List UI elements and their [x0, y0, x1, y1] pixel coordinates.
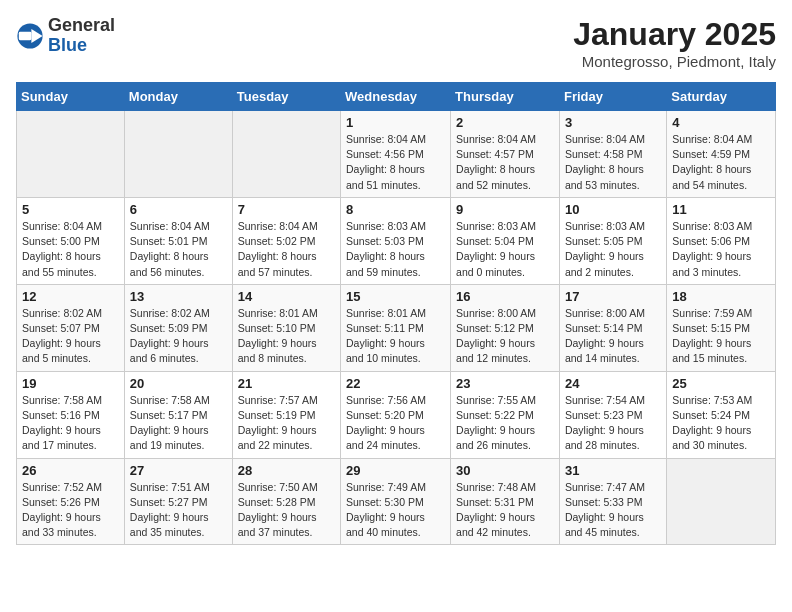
day-info: Sunrise: 7:52 AM Sunset: 5:26 PM Dayligh… — [22, 480, 119, 541]
calendar-cell: 11Sunrise: 8:03 AM Sunset: 5:06 PM Dayli… — [667, 197, 776, 284]
day-header-thursday: Thursday — [451, 83, 560, 111]
calendar-cell: 8Sunrise: 8:03 AM Sunset: 5:03 PM Daylig… — [341, 197, 451, 284]
day-info: Sunrise: 7:59 AM Sunset: 5:15 PM Dayligh… — [672, 306, 770, 367]
calendar-cell: 20Sunrise: 7:58 AM Sunset: 5:17 PM Dayli… — [124, 371, 232, 458]
day-info: Sunrise: 8:00 AM Sunset: 5:12 PM Dayligh… — [456, 306, 554, 367]
calendar-cell: 30Sunrise: 7:48 AM Sunset: 5:31 PM Dayli… — [451, 458, 560, 545]
calendar-cell: 17Sunrise: 8:00 AM Sunset: 5:14 PM Dayli… — [559, 284, 666, 371]
day-number: 5 — [22, 202, 119, 217]
day-header-friday: Friday — [559, 83, 666, 111]
day-number: 26 — [22, 463, 119, 478]
day-number: 22 — [346, 376, 445, 391]
calendar-cell: 3Sunrise: 8:04 AM Sunset: 4:58 PM Daylig… — [559, 111, 666, 198]
calendar-cell: 14Sunrise: 8:01 AM Sunset: 5:10 PM Dayli… — [232, 284, 340, 371]
calendar-cell: 5Sunrise: 8:04 AM Sunset: 5:00 PM Daylig… — [17, 197, 125, 284]
day-info: Sunrise: 8:04 AM Sunset: 4:59 PM Dayligh… — [672, 132, 770, 193]
svg-rect-2 — [19, 32, 32, 40]
calendar-cell: 9Sunrise: 8:03 AM Sunset: 5:04 PM Daylig… — [451, 197, 560, 284]
day-info: Sunrise: 7:55 AM Sunset: 5:22 PM Dayligh… — [456, 393, 554, 454]
day-info: Sunrise: 8:01 AM Sunset: 5:10 PM Dayligh… — [238, 306, 335, 367]
day-number: 19 — [22, 376, 119, 391]
day-info: Sunrise: 8:03 AM Sunset: 5:03 PM Dayligh… — [346, 219, 445, 280]
day-info: Sunrise: 8:01 AM Sunset: 5:11 PM Dayligh… — [346, 306, 445, 367]
calendar-week-row: 5Sunrise: 8:04 AM Sunset: 5:00 PM Daylig… — [17, 197, 776, 284]
day-info: Sunrise: 8:00 AM Sunset: 5:14 PM Dayligh… — [565, 306, 661, 367]
day-number: 16 — [456, 289, 554, 304]
calendar-cell: 18Sunrise: 7:59 AM Sunset: 5:15 PM Dayli… — [667, 284, 776, 371]
day-info: Sunrise: 8:03 AM Sunset: 5:04 PM Dayligh… — [456, 219, 554, 280]
day-number: 20 — [130, 376, 227, 391]
calendar-cell: 15Sunrise: 8:01 AM Sunset: 5:11 PM Dayli… — [341, 284, 451, 371]
calendar-title: January 2025 — [573, 16, 776, 53]
day-number: 17 — [565, 289, 661, 304]
day-info: Sunrise: 8:04 AM Sunset: 4:57 PM Dayligh… — [456, 132, 554, 193]
title-block: January 2025 Montegrosso, Piedmont, Ital… — [573, 16, 776, 70]
day-info: Sunrise: 8:04 AM Sunset: 5:00 PM Dayligh… — [22, 219, 119, 280]
calendar-table: SundayMondayTuesdayWednesdayThursdayFrid… — [16, 82, 776, 545]
logo-icon — [16, 22, 44, 50]
day-number: 14 — [238, 289, 335, 304]
calendar-cell: 26Sunrise: 7:52 AM Sunset: 5:26 PM Dayli… — [17, 458, 125, 545]
day-number: 28 — [238, 463, 335, 478]
calendar-cell: 23Sunrise: 7:55 AM Sunset: 5:22 PM Dayli… — [451, 371, 560, 458]
day-number: 25 — [672, 376, 770, 391]
logo-blue-text: Blue — [48, 36, 115, 56]
calendar-subtitle: Montegrosso, Piedmont, Italy — [573, 53, 776, 70]
calendar-cell: 13Sunrise: 8:02 AM Sunset: 5:09 PM Dayli… — [124, 284, 232, 371]
calendar-cell: 22Sunrise: 7:56 AM Sunset: 5:20 PM Dayli… — [341, 371, 451, 458]
day-number: 9 — [456, 202, 554, 217]
logo: General Blue — [16, 16, 115, 56]
day-number: 18 — [672, 289, 770, 304]
calendar-cell: 16Sunrise: 8:00 AM Sunset: 5:12 PM Dayli… — [451, 284, 560, 371]
day-info: Sunrise: 8:03 AM Sunset: 5:06 PM Dayligh… — [672, 219, 770, 280]
day-header-tuesday: Tuesday — [232, 83, 340, 111]
day-info: Sunrise: 7:58 AM Sunset: 5:16 PM Dayligh… — [22, 393, 119, 454]
calendar-week-row: 19Sunrise: 7:58 AM Sunset: 5:16 PM Dayli… — [17, 371, 776, 458]
day-number: 2 — [456, 115, 554, 130]
calendar-cell: 1Sunrise: 8:04 AM Sunset: 4:56 PM Daylig… — [341, 111, 451, 198]
day-info: Sunrise: 7:53 AM Sunset: 5:24 PM Dayligh… — [672, 393, 770, 454]
day-info: Sunrise: 7:51 AM Sunset: 5:27 PM Dayligh… — [130, 480, 227, 541]
day-number: 21 — [238, 376, 335, 391]
calendar-cell: 27Sunrise: 7:51 AM Sunset: 5:27 PM Dayli… — [124, 458, 232, 545]
day-number: 31 — [565, 463, 661, 478]
day-info: Sunrise: 7:50 AM Sunset: 5:28 PM Dayligh… — [238, 480, 335, 541]
day-info: Sunrise: 8:04 AM Sunset: 4:56 PM Dayligh… — [346, 132, 445, 193]
day-number: 8 — [346, 202, 445, 217]
day-number: 6 — [130, 202, 227, 217]
day-number: 23 — [456, 376, 554, 391]
day-number: 12 — [22, 289, 119, 304]
day-number: 30 — [456, 463, 554, 478]
calendar-cell: 21Sunrise: 7:57 AM Sunset: 5:19 PM Dayli… — [232, 371, 340, 458]
day-number: 4 — [672, 115, 770, 130]
day-info: Sunrise: 7:57 AM Sunset: 5:19 PM Dayligh… — [238, 393, 335, 454]
day-info: Sunrise: 8:04 AM Sunset: 5:02 PM Dayligh… — [238, 219, 335, 280]
calendar-cell: 2Sunrise: 8:04 AM Sunset: 4:57 PM Daylig… — [451, 111, 560, 198]
calendar-cell: 19Sunrise: 7:58 AM Sunset: 5:16 PM Dayli… — [17, 371, 125, 458]
day-info: Sunrise: 8:04 AM Sunset: 4:58 PM Dayligh… — [565, 132, 661, 193]
day-number: 24 — [565, 376, 661, 391]
calendar-cell: 24Sunrise: 7:54 AM Sunset: 5:23 PM Dayli… — [559, 371, 666, 458]
day-info: Sunrise: 8:03 AM Sunset: 5:05 PM Dayligh… — [565, 219, 661, 280]
day-number: 11 — [672, 202, 770, 217]
calendar-week-row: 12Sunrise: 8:02 AM Sunset: 5:07 PM Dayli… — [17, 284, 776, 371]
calendar-cell: 4Sunrise: 8:04 AM Sunset: 4:59 PM Daylig… — [667, 111, 776, 198]
day-header-wednesday: Wednesday — [341, 83, 451, 111]
day-number: 7 — [238, 202, 335, 217]
calendar-cell — [124, 111, 232, 198]
calendar-cell: 28Sunrise: 7:50 AM Sunset: 5:28 PM Dayli… — [232, 458, 340, 545]
day-number: 10 — [565, 202, 661, 217]
day-info: Sunrise: 7:58 AM Sunset: 5:17 PM Dayligh… — [130, 393, 227, 454]
day-number: 15 — [346, 289, 445, 304]
day-info: Sunrise: 7:49 AM Sunset: 5:30 PM Dayligh… — [346, 480, 445, 541]
calendar-cell — [17, 111, 125, 198]
calendar-cell: 6Sunrise: 8:04 AM Sunset: 5:01 PM Daylig… — [124, 197, 232, 284]
day-header-saturday: Saturday — [667, 83, 776, 111]
day-number: 3 — [565, 115, 661, 130]
calendar-cell — [232, 111, 340, 198]
day-number: 13 — [130, 289, 227, 304]
logo-general-text: General — [48, 16, 115, 36]
calendar-cell: 7Sunrise: 8:04 AM Sunset: 5:02 PM Daylig… — [232, 197, 340, 284]
day-number: 27 — [130, 463, 227, 478]
calendar-cell: 31Sunrise: 7:47 AM Sunset: 5:33 PM Dayli… — [559, 458, 666, 545]
